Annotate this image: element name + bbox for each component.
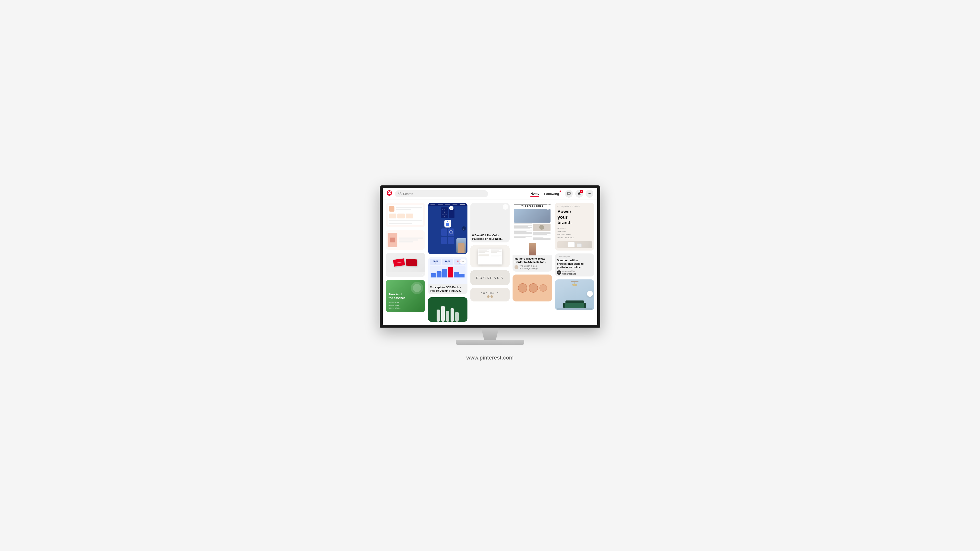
pinterest-logo[interactable] <box>387 190 392 197</box>
promoted-badge: Sq Promoted by Squarespace <box>557 269 592 275</box>
squarespace-promo-info: ◻ squarespace Stand out with a professio… <box>555 254 594 276</box>
bcs-bank-title: Concept for BCS Bank – Inspire Design | … <box>430 286 466 293</box>
flat-colors-info: ··· 8 Beautiful Flat Color Palettes For … <box>470 232 510 243</box>
pin-card-flat-colors[interactable]: ··· 8 Beautiful Flat Color Palettes For … <box>470 203 510 243</box>
svg-line-2 <box>401 194 401 195</box>
epoch-times-source-name: The Epoch Times <box>519 265 538 267</box>
pin-card-interior[interactable]: + <box>555 279 594 310</box>
flat-colors-title: 8 Beautiful Flat Color Palettes For Your… <box>473 233 508 241</box>
epoch-times-more[interactable]: ··· <box>545 204 550 210</box>
pin-card-rockhaus[interactable]: ROCKHAUS <box>470 270 510 285</box>
pin-card-open-book[interactable] <box>470 245 510 267</box>
monitor-screen: Search Home Following <box>380 185 600 328</box>
pin-card-red-cards[interactable]: ⋯ <box>386 253 425 277</box>
bcs-more-btn[interactable]: ··· <box>460 259 466 265</box>
nav-links: Home Following <box>530 191 559 197</box>
website-url: www.pinterest.com <box>466 355 514 361</box>
monitor-wrapper: Search Home Following <box>380 185 600 361</box>
flat-colors-more[interactable]: ··· <box>503 204 508 210</box>
more-options-btn[interactable] <box>585 190 593 198</box>
epoch-times-source: The Epoch Times Front Page Design <box>514 265 550 270</box>
svg-point-3 <box>588 194 589 194</box>
epoch-times-title: Mothers Travel to Texas Border to Advoca… <box>514 257 550 264</box>
pin-column-5: ◻ SQUARESPACE Poweryourbrand. DOMAINSWEB… <box>555 203 594 322</box>
svg-point-5 <box>590 194 591 194</box>
bcs-bank-info: ··· Concept for BCS Bank – Inspire Desig… <box>428 284 468 295</box>
squarespace-promo-title: Stand out with a professional website, p… <box>557 259 592 269</box>
pin-column-1: ⋯ Time is ofthe essence We focus onquali… <box>386 203 425 322</box>
pin-card-squarespace-promo[interactable]: ◻ squarespace Stand out with a professio… <box>555 254 594 276</box>
pin-card-epoch-times[interactable]: THE EPOCH TIMES <box>512 203 552 272</box>
pin-card-recipe2[interactable] <box>386 230 425 250</box>
following-badge <box>560 191 561 192</box>
search-input-text: Search <box>403 192 413 196</box>
scroll-chevron[interactable]: › <box>461 226 466 231</box>
pin-card-bcs-bank[interactable]: 32:07 ▼ 26:00 ▼ 39:07 ▲ <box>428 257 468 295</box>
pin-grid: ⋯ Time is ofthe essence We focus onquali… <box>383 200 597 325</box>
pin-column-4: THE EPOCH TIMES <box>512 203 552 322</box>
epoch-times-source-sub: Front Page Design <box>519 267 538 270</box>
chat-icon-btn[interactable] <box>565 190 573 198</box>
pin-card-blue-dashboard[interactable]: 2 500 ₽ планка ● ● 01 <box>428 203 468 254</box>
add-pin-btn[interactable]: + <box>587 291 593 297</box>
nav-following-link[interactable]: Following <box>544 191 559 197</box>
promoted-by-name: Squarespace <box>562 273 576 275</box>
svg-point-4 <box>589 194 590 194</box>
pin-column-2: 2 500 ₽ планка ● ● 01 <box>428 203 468 322</box>
epoch-times-info: ··· Mothers Travel to Texas Border to Ad… <box>512 256 552 272</box>
screen-inner: Search Home Following <box>383 188 597 325</box>
navbar: Search Home Following <box>383 188 597 200</box>
pin-card-beauty[interactable] <box>428 297 468 322</box>
search-icon <box>398 192 402 196</box>
notification-badge: 1 <box>580 190 583 193</box>
pin-card-rockhaus-detail[interactable]: ROCKHAUS <box>470 288 510 302</box>
pin-column-3: ··· 8 Beautiful Flat Color Palettes For … <box>470 203 510 322</box>
pin-card-recipe1[interactable] <box>386 203 425 227</box>
notifications-icon-btn[interactable]: 1 <box>575 190 583 198</box>
pin-card-squarespace-ad[interactable]: ◻ SQUARESPACE Poweryourbrand. DOMAINSWEB… <box>555 203 594 251</box>
search-bar[interactable]: Search <box>395 190 488 197</box>
nav-home-link[interactable]: Home <box>530 191 539 197</box>
pin-card-green-time[interactable]: Time is ofthe essence We focus onquality… <box>386 280 425 313</box>
promoted-by-label: Promoted by <box>562 270 576 273</box>
monitor-stand-base <box>456 340 524 345</box>
pin-card-peach[interactable] <box>512 275 552 302</box>
nav-icons: 1 <box>565 190 593 198</box>
promoted-avatar: Sq <box>557 270 561 275</box>
monitor-stand-neck <box>475 328 505 340</box>
